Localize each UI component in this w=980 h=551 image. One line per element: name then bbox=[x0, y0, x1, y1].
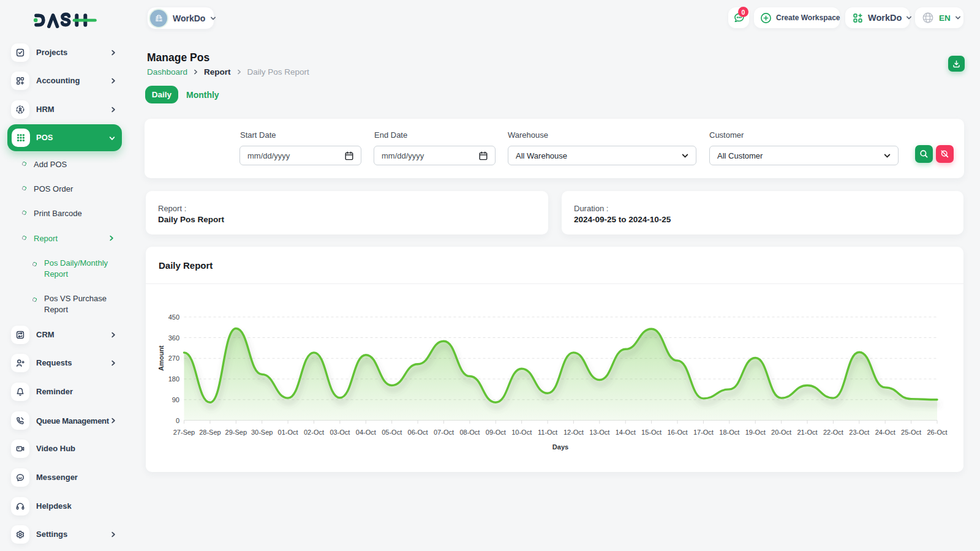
svg-text:0: 0 bbox=[176, 417, 179, 424]
svg-text:14-Oct: 14-Oct bbox=[616, 429, 636, 436]
svg-text:90: 90 bbox=[172, 396, 179, 403]
svg-text:11-Oct: 11-Oct bbox=[538, 429, 557, 436]
svg-text:03-Oct: 03-Oct bbox=[330, 429, 350, 436]
svg-text:27-Sep: 27-Sep bbox=[173, 429, 195, 436]
svg-text:20-Oct: 20-Oct bbox=[771, 429, 791, 436]
svg-text:16-Oct: 16-Oct bbox=[667, 429, 687, 436]
svg-text:15-Oct: 15-Oct bbox=[641, 429, 662, 436]
svg-text:270: 270 bbox=[168, 354, 179, 362]
svg-text:450: 450 bbox=[168, 313, 179, 321]
svg-text:06-Oct: 06-Oct bbox=[408, 429, 428, 436]
svg-text:07-Oct: 07-Oct bbox=[434, 429, 454, 436]
svg-text:360: 360 bbox=[168, 334, 179, 342]
svg-text:28-Sep: 28-Sep bbox=[199, 429, 221, 436]
svg-text:18-Oct: 18-Oct bbox=[719, 429, 739, 436]
svg-text:30-Sep: 30-Sep bbox=[251, 429, 273, 436]
svg-text:26-Oct: 26-Oct bbox=[927, 429, 947, 436]
svg-text:23-Oct: 23-Oct bbox=[849, 429, 869, 436]
svg-text:180: 180 bbox=[168, 375, 179, 383]
svg-text:24-Oct: 24-Oct bbox=[875, 429, 895, 436]
svg-text:12-Oct: 12-Oct bbox=[564, 429, 584, 436]
svg-text:Amount: Amount bbox=[157, 345, 165, 371]
svg-text:04-Oct: 04-Oct bbox=[356, 429, 376, 436]
svg-text:19-Oct: 19-Oct bbox=[745, 429, 766, 436]
svg-text:05-Oct: 05-Oct bbox=[382, 429, 402, 436]
svg-text:25-Oct: 25-Oct bbox=[901, 429, 921, 436]
svg-text:Days: Days bbox=[552, 443, 568, 451]
svg-text:22-Oct: 22-Oct bbox=[823, 429, 843, 436]
svg-text:10-Oct: 10-Oct bbox=[511, 429, 532, 436]
svg-text:17-Oct: 17-Oct bbox=[693, 429, 714, 436]
svg-text:09-Oct: 09-Oct bbox=[486, 429, 506, 436]
svg-text:13-Oct: 13-Oct bbox=[589, 429, 609, 436]
svg-text:29-Sep: 29-Sep bbox=[225, 429, 247, 436]
svg-text:21-Oct: 21-Oct bbox=[797, 429, 817, 436]
svg-text:02-Oct: 02-Oct bbox=[304, 429, 324, 436]
svg-text:08-Oct: 08-Oct bbox=[459, 429, 480, 436]
svg-text:01-Oct: 01-Oct bbox=[278, 429, 298, 436]
